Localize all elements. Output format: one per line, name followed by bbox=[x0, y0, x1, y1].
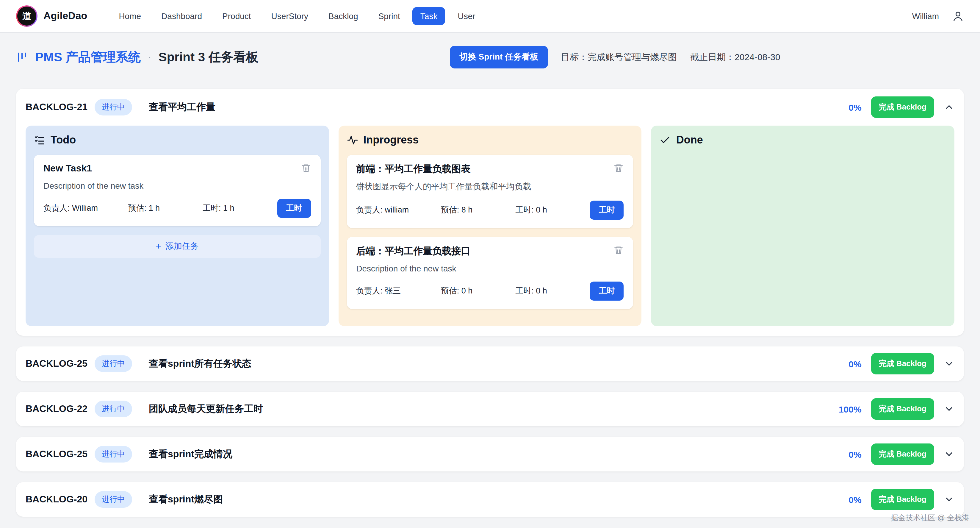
todo-list-icon bbox=[34, 134, 45, 146]
task-estimate: 预估: 1 h bbox=[128, 203, 203, 214]
status-badge: 进行中 bbox=[95, 356, 132, 372]
backlog-title: 查看sprint所有任务状态 bbox=[149, 357, 251, 370]
task-assignee: 负责人: 张三 bbox=[356, 286, 441, 297]
backlog-id: BACKLOG-25 bbox=[25, 358, 88, 369]
backlog-title: 查看sprint燃尽图 bbox=[149, 493, 223, 506]
backlog-header[interactable]: BACKLOG-21 进行中 查看平均工作量 0% 完成 Backlog bbox=[16, 89, 964, 126]
backlog-id: BACKLOG-20 bbox=[25, 494, 88, 505]
task-estimate: 预估: 8 h bbox=[441, 205, 515, 215]
nav-item-dashboard[interactable]: Dashboard bbox=[154, 7, 210, 25]
page-title-system: PMS 产品管理系统 bbox=[35, 49, 141, 65]
delete-task-icon[interactable] bbox=[614, 245, 624, 257]
task-meta: 负责人: William 预估: 1 h 工时: 1 h 工时 bbox=[43, 199, 311, 218]
nav-item-product[interactable]: Product bbox=[215, 7, 259, 25]
sprint-deadline: 截止日期：2024-08-30 bbox=[690, 51, 780, 63]
nav-item-userstory[interactable]: UserStory bbox=[264, 7, 316, 25]
kanban-icon bbox=[16, 51, 28, 63]
log-hours-button[interactable]: 工时 bbox=[277, 199, 311, 218]
task-card[interactable]: New Task1 Description of the new task 负责… bbox=[34, 155, 320, 226]
task-description: 饼状图显示每个人的平均工作量负载和平均负载 bbox=[356, 182, 624, 192]
log-hours-button[interactable]: 工时 bbox=[590, 282, 624, 301]
column-done: Done bbox=[651, 126, 955, 326]
log-hours-button[interactable]: 工时 bbox=[590, 201, 624, 220]
check-icon bbox=[660, 134, 671, 146]
backlog-row[interactable]: BACKLOG-25 进行中 查看sprint完成情况 0% 完成 Backlo… bbox=[16, 437, 964, 471]
complete-backlog-button[interactable]: 完成 Backlog bbox=[871, 443, 934, 465]
column-done-header: Done bbox=[660, 134, 946, 147]
task-title: New Task1 bbox=[43, 163, 92, 174]
task-estimate: 预估: 0 h bbox=[441, 286, 515, 297]
switch-sprint-board-button[interactable]: 切换 Sprint 任务看板 bbox=[450, 46, 548, 69]
task-title: 前端：平均工作量负载图表 bbox=[356, 163, 470, 175]
nav-item-sprint[interactable]: Sprint bbox=[371, 7, 408, 25]
progress-value: 0% bbox=[848, 102, 861, 112]
brand-logo-glyph: 道 bbox=[17, 6, 36, 26]
status-badge: 进行中 bbox=[95, 446, 132, 463]
progress-value: 0% bbox=[848, 495, 861, 504]
complete-backlog-button[interactable]: 完成 Backlog bbox=[871, 489, 934, 510]
chevron-down-icon[interactable] bbox=[944, 449, 955, 459]
chevron-down-icon[interactable] bbox=[944, 494, 955, 505]
column-todo: Todo New Task1 Description of the new ta… bbox=[25, 126, 329, 326]
column-done-name: Done bbox=[676, 134, 703, 147]
task-hours: 工时: 0 h bbox=[515, 286, 590, 297]
brand[interactable]: 道 AgileDao bbox=[16, 5, 87, 27]
brand-logo-icon: 道 bbox=[16, 5, 38, 27]
nav-item-backlog[interactable]: Backlog bbox=[321, 7, 366, 25]
complete-backlog-button[interactable]: 完成 Backlog bbox=[871, 398, 934, 420]
nav-item-user[interactable]: User bbox=[450, 7, 483, 25]
chevron-down-icon[interactable] bbox=[944, 404, 955, 414]
sprint-goal: 目标：完成账号管理与燃尽图 bbox=[561, 51, 677, 63]
backlog-title: 查看平均工作量 bbox=[149, 101, 215, 113]
backlog-id: BACKLOG-22 bbox=[25, 404, 88, 414]
complete-backlog-button[interactable]: 完成 Backlog bbox=[871, 96, 934, 118]
page-title-sprint: Sprint 3 任务看板 bbox=[159, 49, 259, 65]
nav-item-task[interactable]: Task bbox=[413, 7, 445, 25]
backlog-board: BACKLOG-21 进行中 查看平均工作量 0% 完成 Backlog bbox=[0, 79, 980, 517]
column-inprogress: Inprogress 前端：平均工作量负载图表 饼状图显示每个人的平均工作量负载… bbox=[338, 126, 641, 326]
task-hours: 工时: 1 h bbox=[203, 203, 277, 214]
navbar: 道 AgileDao Home Dashboard Product UserSt… bbox=[0, 0, 980, 33]
app-window: 道 AgileDao Home Dashboard Product UserSt… bbox=[0, 0, 980, 528]
page-header: PMS 产品管理系统 · Sprint 3 任务看板 切换 Sprint 任务看… bbox=[0, 33, 980, 79]
backlog-title: 查看sprint完成情况 bbox=[149, 448, 232, 461]
task-description: Description of the new task bbox=[43, 181, 311, 190]
chevron-down-icon[interactable] bbox=[944, 358, 955, 369]
user-avatar-icon[interactable] bbox=[952, 10, 964, 22]
column-inprogress-header: Inprogress bbox=[347, 134, 633, 147]
delete-task-icon[interactable] bbox=[301, 163, 311, 175]
chevron-up-icon[interactable] bbox=[944, 102, 955, 113]
progress-value: 0% bbox=[848, 359, 861, 369]
delete-task-icon[interactable] bbox=[614, 163, 624, 175]
backlog-header-right: 0% 完成 Backlog bbox=[848, 96, 955, 118]
column-todo-name: Todo bbox=[51, 134, 76, 147]
progress-value: 100% bbox=[839, 404, 862, 414]
backlog-row[interactable]: BACKLOG-22 进行中 团队成员每天更新任务工时 100% 完成 Back… bbox=[16, 392, 964, 426]
nav-right: William bbox=[912, 10, 964, 22]
task-card[interactable]: 后端：平均工作量负载接口 Description of the new task… bbox=[347, 237, 633, 309]
activity-pulse-icon bbox=[347, 134, 358, 146]
task-card[interactable]: 前端：平均工作量负载图表 饼状图显示每个人的平均工作量负载和平均负载 负责人: … bbox=[347, 155, 633, 228]
add-task-label: 添加任务 bbox=[165, 241, 199, 252]
current-user-name: William bbox=[912, 11, 939, 21]
kanban-columns: Todo New Task1 Description of the new ta… bbox=[16, 126, 964, 336]
nav-item-home[interactable]: Home bbox=[111, 7, 149, 25]
backlog-id: BACKLOG-21 bbox=[25, 102, 88, 113]
progress-value: 0% bbox=[848, 449, 861, 459]
task-assignee: 负责人: william bbox=[356, 205, 441, 215]
complete-backlog-button[interactable]: 完成 Backlog bbox=[871, 353, 934, 375]
task-description: Description of the new task bbox=[356, 264, 624, 273]
backlog-title: 团队成员每天更新任务工时 bbox=[149, 403, 263, 415]
add-task-button[interactable]: + 添加任务 bbox=[34, 235, 320, 258]
backlog-id: BACKLOG-25 bbox=[25, 449, 88, 459]
task-hours: 工时: 0 h bbox=[515, 205, 590, 215]
task-assignee: 负责人: William bbox=[43, 203, 128, 214]
task-meta: 负责人: william 预估: 8 h 工时: 0 h 工时 bbox=[356, 201, 624, 220]
backlog-row[interactable]: BACKLOG-25 进行中 查看sprint所有任务状态 0% 完成 Back… bbox=[16, 346, 964, 381]
task-title: 后端：平均工作量负载接口 bbox=[356, 245, 470, 258]
backlog-row[interactable]: BACKLOG-20 进行中 查看sprint燃尽图 0% 完成 Backlog bbox=[16, 482, 964, 517]
status-badge: 进行中 bbox=[95, 400, 132, 417]
page-title-separator: · bbox=[148, 51, 151, 64]
status-badge: 进行中 bbox=[95, 491, 132, 508]
brand-name: AgileDao bbox=[43, 10, 87, 22]
